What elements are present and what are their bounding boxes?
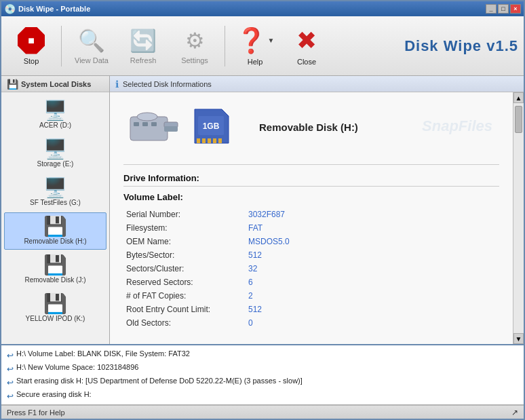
toolbar-close-button[interactable]: ✖ Close <box>282 20 331 72</box>
sep-2 <box>225 26 225 66</box>
status-log: ↩H:\ Volume Label: BLANK DISK, File Syst… <box>1 344 524 405</box>
panel-header-text: System Local Disks <box>21 80 91 88</box>
scroll-thumb[interactable] <box>515 106 522 133</box>
log-text: Start erasing disk H: [US Department of … <box>16 375 303 387</box>
info-content-wrapper: 1GB Removable Disk (H:) <box>110 92 524 344</box>
svg-rect-11 <box>208 138 211 143</box>
log-entry: ↩Secure erasing disk H: <box>7 389 518 402</box>
field-value: 3032F687 <box>246 208 499 221</box>
scroll-down-arrow[interactable]: ▼ <box>513 333 524 344</box>
disk-label-removable-h: Removable Disk (H:) <box>24 237 86 245</box>
disk-main-title: Removable Disk (H:) <box>259 121 358 133</box>
status-bar: Press F1 for Help ↗ <box>1 405 524 419</box>
right-scrollbar[interactable]: ▲ ▼ <box>513 92 524 344</box>
svg-rect-2 <box>164 126 178 132</box>
viewdata-icon: 🔍 <box>78 28 105 54</box>
close-icon: ✖ <box>296 26 317 55</box>
table-row: Bytes/Sector:512 <box>123 248 499 262</box>
field-name: Filesystem: <box>123 221 246 235</box>
drive-info-title: Drive Information: <box>123 173 499 187</box>
refresh-button[interactable]: 🔄 Refresh <box>119 20 168 72</box>
sd-card-svg: 1GB <box>191 106 239 147</box>
field-name: # of FAT Copies: <box>123 289 246 303</box>
log-icon: ↩ <box>7 363 14 375</box>
field-name: Root Entry Count Limit: <box>123 303 246 316</box>
disk-icon-removable-h: 💾 <box>43 217 67 236</box>
svg-rect-12 <box>213 138 216 143</box>
disk-icon-sf: 🖥️ <box>43 178 67 197</box>
stop-button[interactable]: ■ Stop <box>7 20 56 72</box>
log-text: H:\ New Volume Space: 1023184896 <box>16 362 138 373</box>
content-area: 💾 System Local Disks 🖥️ ACER (D:) 🖥️ Sto… <box>1 76 524 344</box>
title-bar-buttons: _ □ × <box>486 4 521 14</box>
scroll-up-arrow[interactable]: ▲ <box>513 92 524 103</box>
disk-list[interactable]: 🖥️ ACER (D:) 🖥️ Storage (E:) 🖥️ SF TestF… <box>1 92 109 344</box>
settings-icon: ⚙ <box>185 28 205 54</box>
log-text: H:\ Volume Label: BLANK DISK, File Syste… <box>16 348 190 360</box>
disk-item-yellow-ipod[interactable]: 💾 YELLOW IPOD (K:) <box>4 290 106 327</box>
field-value: 512 <box>246 303 499 316</box>
disk-icon-acer: 🖥️ <box>43 101 67 120</box>
sd-card-visual: 1GB <box>191 106 239 149</box>
disk-label-storage: Storage (E:) <box>37 160 74 168</box>
close-button[interactable]: × <box>510 4 521 14</box>
field-value: 512 <box>246 248 499 262</box>
field-value: 6 <box>246 275 499 289</box>
log-icon: ↩ <box>7 349 14 362</box>
settings-button[interactable]: ⚙ Settings <box>170 20 219 72</box>
disk-icon-yellow-ipod: 💾 <box>43 294 67 313</box>
svg-rect-4 <box>142 122 148 126</box>
left-panel-header: 💾 System Local Disks <box>1 76 109 92</box>
svg-point-6 <box>137 113 157 121</box>
usb-drive-visual <box>123 103 184 151</box>
toolbar: ■ Stop 🔍 View Data 🔄 Refresh ⚙ Settings … <box>1 16 524 76</box>
table-row: # of FAT Copies:2 <box>123 289 499 303</box>
help-button[interactable]: ❓ ▼ Help <box>231 20 279 72</box>
panel-header-icon: 💾 <box>7 79 18 90</box>
field-value: MSDOS5.0 <box>246 235 499 248</box>
log-icon: ↩ <box>7 390 14 402</box>
disk-item-storage[interactable]: 🖥️ Storage (E:) <box>4 135 106 172</box>
disk-item-removable-h[interactable]: 💾 Removable Disk (H:) <box>4 212 106 250</box>
snapfiles-watermark: SnapFiles <box>422 117 492 135</box>
maximize-button[interactable]: □ <box>498 4 509 14</box>
stop-icon: ■ <box>18 27 45 54</box>
log-entry: ↩H:\ New Volume Space: 1023184896 <box>7 362 518 375</box>
info-table: Serial Number:3032F687Filesystem:FATOEM … <box>123 208 499 330</box>
disk-label-removable-j: Removable Disk (J:) <box>24 276 85 284</box>
volume-label-title: Volume Label: <box>123 192 499 202</box>
minimize-button[interactable]: _ <box>486 4 497 14</box>
field-name: Sectors/Cluster: <box>123 262 246 275</box>
disk-visual: 1GB Removable Disk (H:) <box>123 103 499 151</box>
table-row: Filesystem:FAT <box>123 221 499 235</box>
field-value: 2 <box>246 289 499 303</box>
field-value: 0 <box>246 316 499 330</box>
svg-rect-9 <box>197 138 200 143</box>
info-header: ℹ Selected Disk Informations <box>110 76 524 92</box>
field-name: Reserved Sectors: <box>123 275 246 289</box>
svg-rect-5 <box>151 122 157 126</box>
sep-1 <box>61 26 62 66</box>
log-text: Secure erasing disk H: <box>16 389 92 400</box>
app-icon: 💿 <box>4 3 16 14</box>
help-icon: ❓ <box>236 26 267 55</box>
field-value: FAT <box>246 221 499 235</box>
usb-icon-svg <box>123 103 184 151</box>
disk-title-area: Removable Disk (H:) <box>259 121 358 133</box>
scroll-track <box>513 103 524 333</box>
log-entry: ↩H:\ Volume Label: BLANK DISK, File Syst… <box>7 348 518 362</box>
table-row: Old Sectors:0 <box>123 316 499 330</box>
log-icon: ↩ <box>7 377 14 389</box>
disk-label-yellow-ipod: YELLOW IPOD (K:) <box>26 315 85 322</box>
disk-icon-storage: 🖥️ <box>43 140 67 159</box>
refresh-icon: 🔄 <box>130 28 157 54</box>
disk-info-area: 1GB Removable Disk (H:) <box>110 92 513 344</box>
disk-item-removable-j[interactable]: 💾 Removable Disk (J:) <box>4 251 106 288</box>
info-header-icon: ℹ <box>115 79 119 90</box>
title-bar-text: Disk Wipe - Portable <box>18 5 486 13</box>
disk-item-acer[interactable]: 🖥️ ACER (D:) <box>4 96 106 134</box>
viewdata-button[interactable]: 🔍 View Data <box>67 20 116 72</box>
svg-rect-10 <box>202 138 206 143</box>
disk-item-sf[interactable]: 🖥️ SF TestFiles (G:) <box>4 174 106 211</box>
left-panel: 💾 System Local Disks 🖥️ ACER (D:) 🖥️ Sto… <box>1 76 110 344</box>
